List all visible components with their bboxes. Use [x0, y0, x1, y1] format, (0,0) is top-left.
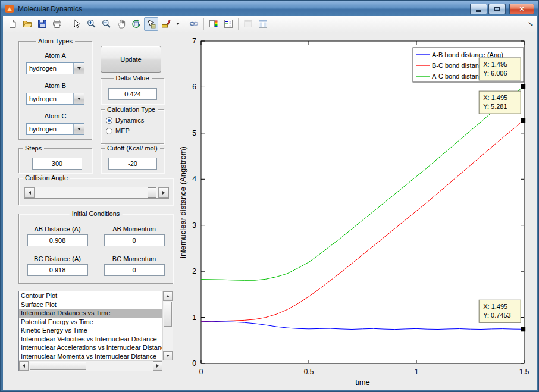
figure-content: Atom Types Atom AhydrogenAtom BhydrogenA… [3, 32, 537, 390]
panel-cutoff: Cutoff (Kcal/ mol) -20 [101, 148, 164, 173]
dropdown-arrow-button[interactable] [73, 93, 84, 104]
open-file-icon [23, 19, 32, 29]
radio-dynamics[interactable]: Dynamics [106, 116, 164, 124]
list-item[interactable]: Internuclear Accelerations vs Internucle… [19, 343, 162, 352]
update-button[interactable]: Update [101, 46, 161, 73]
datatip[interactable]: X: 1.495Y: 5.281 [479, 91, 521, 114]
slider-right-arrow-button[interactable] [158, 187, 168, 198]
minimize-button[interactable] [470, 4, 487, 14]
insert-legend-button[interactable] [221, 17, 236, 31]
scroll-down-button[interactable] [163, 351, 173, 360]
close-button[interactable]: × [509, 4, 534, 14]
brush-menu-caret[interactable] [174, 17, 181, 31]
ic-field[interactable]: 0 [104, 264, 165, 276]
zoom-in-icon [87, 19, 96, 29]
atom-c-selected-value: hydrogen [27, 126, 73, 133]
open-file-button[interactable] [20, 17, 35, 31]
link-plot-icon [189, 19, 199, 29]
datatip[interactable]: X: 1.495Y: 0.7453 [479, 300, 521, 322]
scroll-right-button[interactable] [153, 361, 162, 371]
brush-data-icon [161, 19, 171, 29]
radio-label: MEP [115, 127, 130, 134]
window-controls: × [470, 4, 534, 14]
vertical-scrollbar[interactable] [162, 291, 173, 360]
panel-title: Delta Value [113, 74, 151, 82]
slider-left-arrow-button[interactable] [24, 187, 35, 198]
ic-field[interactable]: 0.908 [27, 234, 88, 246]
plot-area[interactable] [201, 41, 524, 363]
list-item[interactable]: Potential Energy vs Time [19, 318, 162, 327]
dock-figure-icon[interactable]: ↘ [528, 20, 535, 27]
maximize-icon [494, 7, 500, 11]
zoom-in-button[interactable] [84, 17, 99, 31]
print-figure-button[interactable] [50, 17, 64, 31]
datatip[interactable]: X: 1.495Y: 6.006 [479, 58, 521, 80]
data-cursor-button[interactable] [144, 17, 158, 31]
vertical-scrollbar-thumb[interactable] [164, 302, 172, 327]
save-figure-button[interactable] [35, 17, 49, 31]
x-axis-label: time [355, 378, 370, 387]
list-item[interactable]: Internuclear Momenta vs Internuclear Dis… [19, 352, 162, 361]
arrow-down-icon [166, 355, 170, 357]
y-axis-label: internuclear distance (Angstrom) [179, 146, 187, 258]
y-tick-label: 7 [192, 37, 196, 45]
ic-field[interactable]: 0 [104, 234, 165, 246]
y-tick-label: 1 [192, 313, 196, 322]
arrow-right-icon [162, 191, 165, 195]
atom-b-dropdown[interactable]: hydrogen [26, 93, 84, 105]
titlebar[interactable]: Molecular Dynamics × [1, 1, 538, 16]
x-tick-label: 1.5 [519, 368, 529, 376]
datatip-marker[interactable] [521, 327, 525, 331]
plot-canvas[interactable]: 00.511.501234567timeinternuclear distanc… [179, 36, 535, 388]
show-plot-tools-button[interactable] [256, 17, 270, 31]
panel-title: Cutoff (Kcal/ mol) [105, 144, 160, 152]
radio-mep[interactable]: MEP [106, 127, 164, 135]
atom-a-label: Atom A [19, 52, 92, 59]
edit-plot-button[interactable] [70, 17, 84, 31]
zoom-out-button[interactable] [99, 17, 114, 31]
maximize-button[interactable] [488, 4, 506, 14]
datatip-marker[interactable] [521, 84, 525, 89]
atom-c-dropdown[interactable]: hydrogen [26, 123, 84, 135]
print-figure-icon [52, 19, 62, 29]
list-item[interactable]: Internuclear Velocities vs Internuclear … [19, 335, 162, 344]
list-item[interactable]: Surface Plot [19, 300, 162, 309]
app-icon [5, 4, 14, 14]
dropdown-arrow-button[interactable] [73, 63, 84, 74]
atom-a-dropdown[interactable]: hydrogen [26, 62, 84, 74]
rotate-3d-button[interactable] [129, 17, 143, 31]
ic-field[interactable]: 0.918 [27, 264, 88, 276]
y-tick-label: 0 [192, 359, 196, 368]
panel-calculation-type: Calculation Type DynamicsMEP [101, 109, 164, 144]
brush-data-button[interactable] [159, 17, 173, 31]
link-plot-button[interactable] [187, 17, 201, 31]
edit-plot-icon [72, 19, 82, 29]
app-window: Molecular Dynamics × ↘ Atom Types Atom A… [0, 0, 539, 392]
insert-colorbar-button[interactable] [206, 17, 221, 31]
panel-atom-types: Atom Types Atom AhydrogenAtom BhydrogenA… [18, 41, 92, 140]
dropdown-arrow-button[interactable] [73, 124, 84, 134]
pan-button[interactable] [114, 17, 129, 31]
rotate-3d-icon [131, 19, 141, 29]
cutoff-field[interactable]: -20 [108, 158, 157, 170]
radio-label: Dynamics [115, 117, 144, 124]
scroll-left-button[interactable] [19, 361, 29, 371]
chevron-down-icon [77, 128, 81, 130]
collision-angle-slider[interactable] [24, 187, 169, 199]
list-item[interactable]: Internuclear Distances vs Time [19, 309, 162, 318]
list-item[interactable]: Contour Plot [19, 291, 162, 300]
slider-thumb[interactable] [148, 187, 156, 198]
new-figure-button[interactable] [5, 17, 20, 31]
hide-plot-tools-button [241, 17, 255, 31]
horizontal-scrollbar-thumb[interactable] [30, 362, 86, 370]
panel-initial-conditions: Initial Conditions AB Distance (A)AB Mom… [18, 214, 173, 284]
toolbar-separator [67, 18, 67, 30]
horizontal-scrollbar[interactable] [19, 360, 162, 371]
chevron-down-icon [77, 98, 81, 100]
list-item[interactable]: Kinetic Energy vs Time [19, 326, 162, 335]
delta-value-field[interactable]: 0.424 [108, 88, 157, 100]
scroll-up-button[interactable] [163, 291, 173, 301]
panel-title: Collision Angle [23, 174, 70, 182]
steps-field[interactable]: 300 [32, 158, 82, 170]
datatip-marker[interactable] [521, 118, 525, 123]
